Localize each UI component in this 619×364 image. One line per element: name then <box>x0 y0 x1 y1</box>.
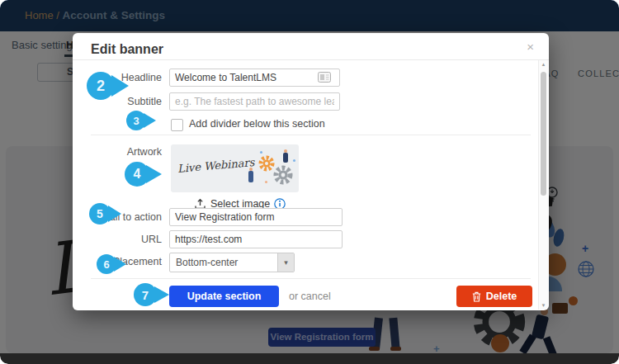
scrollbar-thumb[interactable] <box>541 72 546 196</box>
annotation-marker-4: 4 <box>125 162 149 187</box>
annotation-marker-3: 3 <box>126 111 146 130</box>
delete-label: Delete <box>486 291 517 302</box>
or-text: or <box>289 291 298 302</box>
delete-button[interactable]: Delete <box>456 286 532 307</box>
modal-title: Edit banner <box>91 42 163 57</box>
update-section-button[interactable]: Update section <box>169 286 279 307</box>
artwork-label: Artwork <box>79 146 162 158</box>
placement-select[interactable]: Bottom-center ▾ <box>169 253 295 272</box>
modal-scrollbar[interactable]: ▲ ▼ <box>538 60 548 310</box>
cancel-link[interactable]: cancel <box>301 291 331 302</box>
section-divider <box>91 278 531 279</box>
subtitle-label: Subtitle <box>79 96 162 107</box>
section-divider <box>91 135 531 135</box>
headline-input[interactable] <box>169 69 340 87</box>
gear-icon <box>272 164 294 186</box>
artwork-preview: Live Webinars <box>171 144 299 192</box>
app-window: Home / Account & Settings Basic settings… <box>0 0 619 364</box>
dot-decoration <box>265 181 267 183</box>
scroll-up-icon[interactable]: ▲ <box>539 62 548 67</box>
cancel-row: or cancel <box>289 291 331 302</box>
annotation-marker-7: 7 <box>134 283 157 306</box>
dot-decoration <box>260 151 262 154</box>
edit-banner-modal: Edit banner × Headline Subtitle Add divi… <box>73 33 549 310</box>
divider-checkbox[interactable] <box>171 119 183 131</box>
url-label: URL <box>79 234 162 245</box>
annotation-marker-6: 6 <box>97 254 116 274</box>
figure-body <box>248 171 253 182</box>
annotation-marker-5: 5 <box>89 203 111 225</box>
url-input[interactable] <box>169 230 343 248</box>
figure-body <box>283 153 288 163</box>
annotation-marker-2: 2 <box>87 72 115 100</box>
artwork-script-text: Live Webinars <box>177 156 255 175</box>
divider-checkbox-label: Add divider below this section <box>189 118 325 130</box>
cta-input[interactable] <box>169 208 343 226</box>
insert-placeholder-icon[interactable] <box>318 72 331 83</box>
subtitle-input[interactable] <box>169 92 340 111</box>
close-icon[interactable]: × <box>527 40 534 54</box>
screen: Home / Account & Settings Basic settings… <box>0 0 619 364</box>
placement-selected-value: Bottom-center <box>176 257 238 268</box>
trash-icon <box>472 291 481 302</box>
chevron-down-icon[interactable]: ▾ <box>277 253 294 272</box>
modal-header-divider <box>73 59 549 60</box>
scroll-down-icon[interactable]: ▼ <box>539 303 548 308</box>
dot-decoration <box>293 159 295 162</box>
